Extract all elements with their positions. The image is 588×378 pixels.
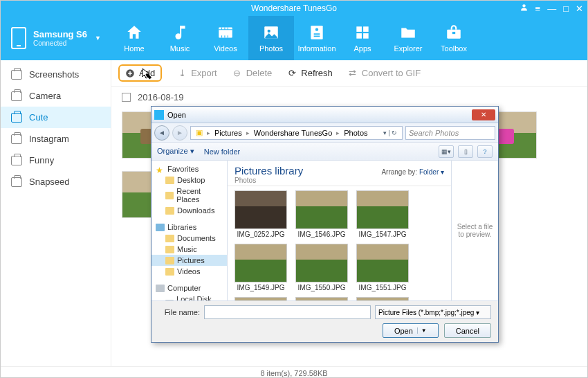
svg-point-3	[268, 30, 270, 33]
tab-explorer[interactable]: Explorer	[385, 16, 431, 60]
dialog-nav: ◄ ► ▣ ▸ Pictures▸ Wondershare TunesGo▸ P…	[151, 123, 498, 143]
menu-icon[interactable]: ≡	[535, 3, 541, 14]
file-pane: Pictures library Photos Arrange by: Fold…	[228, 161, 451, 300]
date-label: 2016-08-19	[138, 92, 184, 102]
file-grid: IMG_0252.JPGIMG_1546.JPGIMG_1547.JPGIMG_…	[228, 186, 451, 300]
sidebar-item-funny[interactable]: Funny	[1, 150, 111, 171]
open-button[interactable]: Open▼	[383, 323, 439, 338]
nav-item-pictures[interactable]: Pictures	[151, 255, 227, 266]
file-item[interactable]	[233, 297, 288, 300]
add-label: Add	[139, 68, 155, 78]
svg-rect-4	[311, 26, 322, 39]
file-item[interactable]: IMG_1546.JPG	[294, 190, 349, 238]
nav-item-videos[interactable]: Videos	[151, 266, 227, 277]
help-button[interactable]: ?	[477, 145, 493, 158]
nav-item-recent[interactable]: Recent Places	[151, 186, 227, 205]
device-selector[interactable]: Samsung S6 Connected ▼	[1, 16, 111, 60]
tab-home[interactable]: Home	[111, 16, 157, 60]
tab-toolbox[interactable]: Toolbox	[431, 16, 477, 60]
svg-rect-8	[356, 33, 362, 39]
nav-item-desktop[interactable]: Desktop	[151, 174, 227, 186]
sidebar-item-camera[interactable]: Camera	[1, 85, 111, 107]
nav-pane: ★Favorites Desktop Recent Places Downloa…	[151, 161, 228, 300]
library-header: Pictures library Photos Arrange by: Fold…	[228, 161, 451, 186]
delete-button[interactable]: ⊖ Delete	[232, 68, 273, 78]
filetype-filter[interactable]: Picture Files (*.bmp;*.jpg;*.jpeg ▾	[375, 305, 491, 319]
date-group-header: 2016-08-19	[111, 87, 587, 108]
delete-icon: ⊖	[232, 69, 242, 78]
chevron-down-icon: ▼	[95, 35, 101, 42]
toolbar: Add ⬉ ⤓ Export ⊖ Delete ⟳ Refresh ⇄ Conv…	[111, 60, 587, 87]
titlebar: Wondershare TunesGo ≡ — □ ✕	[1, 1, 587, 16]
dialog-close-button[interactable]: ✕	[472, 109, 495, 120]
camera-icon	[11, 177, 22, 187]
nav-libraries[interactable]: Libraries	[151, 222, 227, 233]
file-item[interactable]: IMG_1547.JPG	[355, 190, 410, 238]
svg-rect-11	[452, 32, 455, 34]
filename-label: File name:	[158, 308, 200, 316]
dialog-body: ★Favorites Desktop Recent Places Downloa…	[151, 161, 498, 300]
breadcrumb[interactable]: ▣ ▸ Pictures▸ Wondershare TunesGo▸ Photo…	[190, 126, 403, 140]
tab-videos[interactable]: Videos	[203, 16, 248, 60]
arrange-by[interactable]: Arrange by: Folder ▾	[381, 168, 444, 176]
sidebar-item-snapseed[interactable]: Snapseed	[1, 171, 111, 192]
nav-computer[interactable]: Computer	[151, 282, 227, 294]
back-button[interactable]: ◄	[154, 125, 169, 141]
preview-pane-button[interactable]: ▯	[458, 145, 473, 158]
status-bar: 8 item(s), 729.58KB	[1, 366, 587, 378]
sidebar-item-screenshots[interactable]: Screenshots	[1, 64, 111, 85]
search-input[interactable]: Search Photos	[405, 126, 495, 140]
refresh-icon: ⟳	[287, 69, 297, 78]
nav-item-c-drive[interactable]: Local Disk (C:)	[151, 294, 227, 300]
plus-icon	[125, 69, 135, 78]
add-button[interactable]: Add ⬉	[118, 64, 162, 82]
svg-rect-9	[363, 33, 369, 39]
file-item[interactable]: IMG_1551.JPG	[355, 244, 410, 291]
maximize-button[interactable]: □	[563, 3, 569, 14]
camera-icon	[11, 156, 22, 165]
dialog-titlebar: Open ✕	[151, 107, 498, 123]
tab-information[interactable]: Information	[294, 16, 340, 60]
camera-icon	[11, 134, 22, 144]
sidebar-item-cute[interactable]: Cute	[1, 107, 111, 128]
device-status: Connected	[33, 39, 87, 47]
phone-icon	[11, 27, 26, 49]
header: Samsung S6 Connected ▼ HomeMusicVideosPh…	[1, 16, 587, 60]
filename-input[interactable]	[204, 305, 371, 319]
window-controls: ≡ — □ ✕	[520, 1, 583, 16]
sidebar: ScreenshotsCameraCuteInstagramFunnySnaps…	[1, 60, 111, 366]
file-item[interactable]: IMG_1550.JPG	[294, 244, 349, 291]
open-dialog: Open ✕ ◄ ► ▣ ▸ Pictures▸ Wondershare Tun…	[151, 106, 499, 343]
select-all-checkbox[interactable]	[122, 93, 131, 102]
refresh-button[interactable]: ⟳ Refresh	[287, 68, 333, 78]
tab-music[interactable]: Music	[157, 16, 203, 60]
nav-item-documents[interactable]: Documents	[151, 233, 227, 244]
forward-button[interactable]: ►	[172, 125, 187, 141]
svg-point-5	[315, 28, 318, 31]
organize-menu[interactable]: Organize ▾	[157, 147, 194, 156]
file-item[interactable]	[355, 297, 410, 300]
nav-item-music[interactable]: Music	[151, 244, 227, 255]
export-button[interactable]: ⤓ Export	[177, 68, 217, 78]
file-item[interactable]: IMG_0252.JPG	[233, 190, 288, 238]
minimize-button[interactable]: —	[547, 3, 556, 14]
nav-tabs: HomeMusicVideosPhotosInformationAppsExpl…	[111, 16, 587, 60]
status-text: 8 item(s), 729.58KB	[260, 369, 327, 377]
close-button[interactable]: ✕	[576, 3, 583, 14]
svg-rect-6	[356, 26, 362, 32]
cancel-button[interactable]: Cancel	[444, 323, 491, 338]
tab-photos[interactable]: Photos	[248, 16, 294, 60]
view-button[interactable]: ▦▾	[439, 145, 454, 158]
preview-pane: Select a file to preview.	[451, 161, 498, 300]
new-folder-button[interactable]: New folder	[204, 147, 241, 156]
file-item[interactable]	[294, 297, 349, 300]
sidebar-item-instagram[interactable]: Instagram	[1, 128, 111, 150]
nav-item-downloads[interactable]: Downloads	[151, 205, 227, 216]
convert-gif-button[interactable]: ⇄ Convert to GIF	[348, 68, 421, 78]
file-item[interactable]: IMG_1549.JPG	[233, 244, 288, 291]
app-icon	[154, 110, 164, 120]
nav-favorites[interactable]: ★Favorites	[151, 163, 227, 174]
dialog-title: Open	[167, 111, 186, 119]
user-icon[interactable]	[520, 3, 529, 14]
tab-apps[interactable]: Apps	[340, 16, 385, 60]
